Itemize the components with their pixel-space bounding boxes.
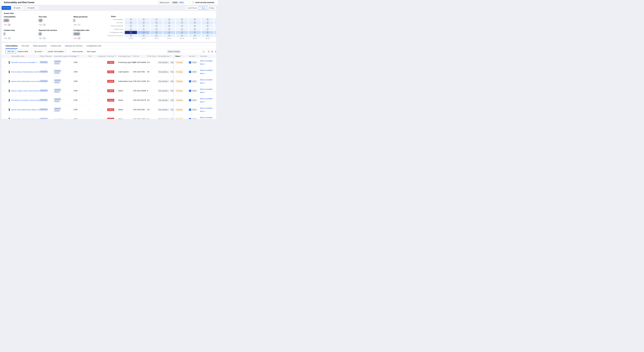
account-selector[interactable] — [171, 1, 189, 4]
heatmap-cell[interactable] — [125, 28, 137, 31]
heatmap-cell[interactable] — [214, 31, 216, 34]
mark-as-handled-link[interactable]: Mark as handled — [200, 117, 212, 118]
heatmap-cell[interactable] — [214, 34, 216, 37]
heatmap-cell[interactable] — [176, 18, 188, 21]
column-header-cvss-score[interactable]: CVSS Score — [147, 55, 158, 58]
expand-row-arrow[interactable] — [9, 62, 10, 63]
heatmap-cell[interactable] — [202, 31, 214, 34]
public-ip-link[interactable] — [40, 90, 48, 92]
ai-sparkle-icon[interactable] — [36, 62, 38, 63]
row-checkbox[interactable] — [4, 62, 5, 63]
vulnerability-name-link[interactable]: Intel Ethernet Controllers Security Vuln… — [11, 99, 40, 101]
more-dropdown-link[interactable]: More — [200, 73, 206, 74]
vulnerability-name[interactable]: Apache Log4j2 Lookup Code Execution a... — [11, 90, 40, 92]
heatmap-cell[interactable] — [189, 18, 201, 21]
heatmap-cell[interactable] — [150, 31, 162, 34]
sort-icon[interactable] — [157, 55, 158, 57]
tab-vulnerabilities[interactable]: Vulnerabilities — [6, 43, 18, 49]
public-ip-link[interactable] — [40, 109, 48, 111]
heatmap-cell[interactable] — [163, 34, 175, 37]
filter-icon[interactable] — [78, 55, 79, 57]
heatmap-cell[interactable] — [125, 21, 137, 24]
vulnerability-name-link[interactable]: Apache Shiro Authorization Issue Vulnera… — [11, 80, 40, 82]
heatmap-cell[interactable] — [176, 34, 188, 37]
heatmap-cell[interactable] — [214, 18, 216, 21]
heatmap-cell[interactable] — [163, 28, 175, 31]
heatmap-cell[interactable] — [176, 21, 188, 24]
column-header-type[interactable]: Type — [74, 55, 79, 58]
heatmap-cell[interactable] — [125, 34, 137, 37]
instance-id-link[interactable]: ins-bzmbq3vw — [54, 118, 64, 119]
vulnerability-name-link[interactable]: Red Hat JBoss Portal Arbitrary Code Exe.… — [11, 71, 40, 73]
vulnerability-name[interactable]: Apache Shiro Authentication Bypass Vul..… — [11, 118, 40, 119]
heatmap-cell[interactable] — [189, 34, 201, 37]
expand-row-arrow[interactable] — [9, 90, 10, 92]
checkbox-box[interactable] — [4, 99, 5, 101]
heatmap-cell[interactable] — [150, 21, 162, 24]
instance-cell[interactable] — [54, 108, 61, 112]
instance-cell[interactable] — [54, 80, 61, 83]
row-checkbox[interactable] — [4, 118, 5, 119]
download-icon[interactable] — [214, 51, 216, 53]
row-checkbox[interactable] — [4, 90, 5, 92]
heatmap-cell[interactable] — [125, 31, 137, 34]
checkbox-only-essential[interactable]: Only essential — [70, 51, 83, 53]
scope-affect-me[interactable]: Affect Me — [6, 50, 16, 53]
heatmap-cell[interactable] — [138, 31, 150, 34]
heatmap-cell[interactable] — [125, 18, 137, 21]
filter-icon[interactable] — [195, 55, 197, 57]
search-input[interactable]: Status: Pending — [166, 50, 206, 53]
reports-filter-select[interactable]: All reports — [26, 6, 39, 10]
expand-row-arrow[interactable] — [9, 71, 10, 73]
checkbox-box[interactable] — [84, 51, 86, 53]
tab-content-risks[interactable]: Content risks — [50, 43, 61, 49]
heatmap-cell[interactable] — [150, 25, 162, 27]
refresh-icon[interactable] — [208, 51, 210, 53]
heatmap-cell[interactable] — [214, 25, 216, 27]
expand-row-arrow[interactable] — [9, 99, 10, 101]
handle-vulnerabilities-dropdown[interactable]: Handle Vulnerabilities — [46, 50, 67, 53]
column-header-vulnerability-tag[interactable]: Vulnerability tag — [158, 55, 171, 58]
heatmap-cell[interactable] — [138, 21, 150, 24]
more-dropdown-link[interactable]: More — [200, 63, 206, 65]
by-assets-dropdown[interactable]: By assets — [33, 50, 45, 53]
checkbox-box[interactable] — [4, 71, 5, 73]
time-range-30-days[interactable]: 30 days — [207, 6, 216, 10]
checkbox-box[interactable] — [4, 118, 5, 119]
heatmap-cell[interactable] — [189, 25, 201, 27]
checkbox-box[interactable] — [4, 61, 5, 64]
mark-as-handled-link[interactable]: Mark as handled — [200, 98, 212, 100]
heatmap-cell[interactable] — [202, 25, 214, 27]
vulnerability-name[interactable]: Apache Shiro Authentication Bypass Vuln.… — [11, 109, 40, 111]
column-header-risk-level[interactable]: Risk level — [107, 55, 116, 58]
mark-as-handled-link[interactable]: Mark as handled — [200, 60, 212, 62]
mark-as-handled-link[interactable]: Mark as handled — [200, 69, 212, 71]
instance-cell[interactable]: ins-bzmbq3vw — [54, 118, 64, 119]
heatmap-cell[interactable] — [189, 28, 201, 31]
more-dropdown-link[interactable]: More — [200, 91, 206, 93]
public-ip-link[interactable] — [40, 71, 48, 73]
heatmap-cell[interactable] — [163, 18, 175, 21]
heatmap-cell[interactable] — [150, 18, 162, 21]
heatmap-cell[interactable] — [189, 21, 201, 24]
heatmap-cell[interactable] — [150, 28, 162, 31]
heatmap-cell[interactable] — [202, 18, 214, 21]
public-ip-link[interactable] — [40, 80, 48, 82]
heatmap-cell[interactable] — [163, 25, 175, 27]
filter-icon[interactable] — [131, 55, 132, 57]
checkbox-box[interactable] — [4, 80, 5, 83]
public-ip-link[interactable] — [40, 99, 48, 101]
heatmap-cell[interactable] — [189, 31, 201, 34]
tab-configuration-risks[interactable]: Configuration risks — [86, 43, 102, 49]
heatmap-cell[interactable] — [150, 34, 162, 37]
more-dropdown-link[interactable]: More — [200, 101, 206, 103]
heatmap-cell[interactable] — [163, 21, 175, 24]
vulnerability-name-link[interactable]: Apache Shiro Authentication Bypass Vul..… — [11, 118, 40, 119]
multi-account-button[interactable]: Multi-account — [158, 1, 171, 4]
vulnerability-name[interactable]: OpenSSH code issue vulnerability — [11, 62, 38, 63]
checkbox-only-urgent[interactable]: Only Urgent — [84, 51, 96, 53]
search-icon[interactable] — [202, 51, 204, 53]
heatmap-cell[interactable] — [176, 25, 188, 27]
checkbox-box[interactable] — [4, 109, 5, 111]
instance-cell[interactable] — [54, 61, 61, 64]
